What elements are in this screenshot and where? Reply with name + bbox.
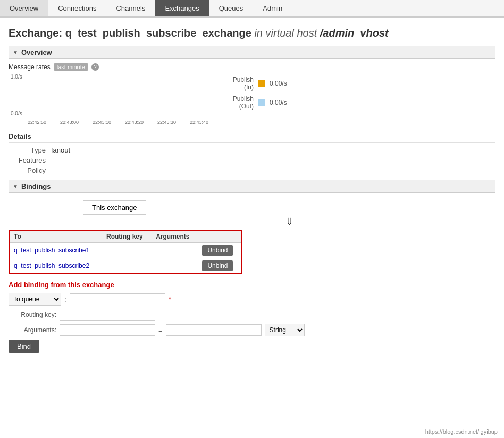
x-label-5: 22:43:40 xyxy=(190,120,208,125)
binding-to-1: q_test_publish_subscribe1 xyxy=(9,243,102,258)
to-queue-row: To queue To exchange : * xyxy=(9,293,495,306)
add-binding-section: Add binding from this exchange To queue … xyxy=(9,281,495,353)
message-rates-row: Message rates last minute ? xyxy=(9,63,495,71)
x-label-2: 22:43:10 xyxy=(93,120,111,125)
last-minute-badge: last minute xyxy=(54,63,88,71)
chart-wrapper: 1.0/s 0.0/s 22:42:50 22:43:00 22:43:10 2… xyxy=(28,74,208,116)
top-nav: Overview Connections Channels Exchanges … xyxy=(0,0,504,18)
chart-box xyxy=(28,74,208,116)
nav-channels[interactable]: Channels xyxy=(106,0,155,16)
bindings-arrow-icon: ▼ xyxy=(13,183,18,189)
unbind-button-2[interactable]: Unbind xyxy=(202,260,233,271)
arguments-value-input[interactable] xyxy=(166,324,262,336)
binding-routing-key-2 xyxy=(102,258,152,274)
equals-sign: = xyxy=(158,326,163,334)
title-prefix: Exchange: xyxy=(9,27,65,39)
col-arguments: Arguments xyxy=(152,230,198,243)
details-section: Details Type fanout Features Policy xyxy=(9,132,495,174)
legend-color-publish-out xyxy=(258,99,265,106)
nav-queues[interactable]: Queues xyxy=(209,0,254,16)
table-row: q_test_publish_subscribe1 Unbind xyxy=(9,243,242,258)
nav-connections[interactable]: Connections xyxy=(48,0,106,16)
detail-label-features: Features xyxy=(9,156,51,164)
details-title: Details xyxy=(9,132,495,143)
exchange-name: q_test_publish_subscribe_exchange xyxy=(65,27,251,39)
unbind-button-1[interactable]: Unbind xyxy=(202,245,233,256)
bindings-section: This exchange ⇓ To Routing key Arguments… xyxy=(9,197,495,274)
detail-value-type: fanout xyxy=(51,146,70,154)
chart-x-labels: 22:42:50 22:43:00 22:43:10 22:43:20 22:4… xyxy=(28,120,208,125)
legend-value-publish-in: 0.00/s xyxy=(270,80,287,87)
queue-link-1[interactable]: q_test_publish_subscribe1 xyxy=(14,247,89,254)
queue-link-2[interactable]: q_test_publish_subscribe2 xyxy=(14,262,89,269)
col-action xyxy=(198,230,242,243)
binding-to-2: q_test_publish_subscribe2 xyxy=(9,258,102,274)
x-label-3: 22:43:20 xyxy=(125,120,144,125)
binding-arguments-2 xyxy=(152,258,198,274)
arguments-label: Arguments: xyxy=(9,326,56,334)
x-label-1: 22:43:00 xyxy=(60,120,79,125)
add-binding-title: Add binding from this exchange xyxy=(9,281,495,289)
col-to: To xyxy=(9,230,102,243)
help-icon[interactable]: ? xyxy=(91,63,99,71)
chart-y-labels: 1.0/s 0.0/s xyxy=(11,74,22,116)
chart-area: 1.0/s 0.0/s 22:42:50 22:43:00 22:43:10 2… xyxy=(9,74,495,127)
chart-y-top: 1.0/s xyxy=(11,74,22,80)
legend-area: Publish(In) 0.00/s Publish(Out) 0.00/s xyxy=(219,74,287,110)
legend-color-publish-in xyxy=(258,80,265,87)
string-type-select[interactable]: String Number Boolean xyxy=(265,324,305,336)
overview-section-header: ▼ Overview xyxy=(9,46,495,59)
binding-routing-key-1 xyxy=(102,243,152,258)
detail-row-type: Type fanout xyxy=(9,146,495,154)
detail-row-policy: Policy xyxy=(9,166,495,174)
routing-key-input[interactable] xyxy=(60,309,155,321)
routing-key-label: Routing key: xyxy=(9,311,56,318)
arrow-down-icon: ⇓ xyxy=(83,216,495,228)
legend-item-publish-in: Publish(In) 0.00/s xyxy=(219,76,287,91)
binding-action-1: Unbind xyxy=(198,243,242,258)
arguments-key-input[interactable] xyxy=(60,324,155,336)
nav-admin[interactable]: Admin xyxy=(253,0,292,16)
detail-row-features: Features xyxy=(9,156,495,164)
legend-item-publish-out: Publish(Out) 0.00/s xyxy=(219,95,287,110)
colon-separator: : xyxy=(64,296,66,304)
to-queue-input[interactable] xyxy=(70,293,165,305)
table-row: q_test_publish_subscribe2 Unbind xyxy=(9,258,242,274)
overview-section: Message rates last minute ? 1.0/s 0.0/s … xyxy=(9,63,495,127)
x-label-0: 22:42:50 xyxy=(28,120,46,125)
required-star: * xyxy=(169,295,171,304)
binding-action-2: Unbind xyxy=(198,258,242,274)
binding-form: To queue To exchange : * Routing key: Ar… xyxy=(9,293,495,336)
col-routing-key: Routing key xyxy=(102,230,152,243)
bindings-section-header: ▼ Bindings xyxy=(9,180,495,193)
legend-value-publish-out: 0.00/s xyxy=(270,99,287,106)
page-content: Exchange: q_test_publish_subscribe_excha… xyxy=(0,18,504,358)
legend-label-publish-in: Publish(In) xyxy=(219,76,254,91)
vhost-name: /admin_vhost xyxy=(320,27,389,39)
arguments-row: Arguments: = String Number Boolean xyxy=(9,324,495,336)
overview-arrow-icon: ▼ xyxy=(13,49,18,55)
routing-key-row: Routing key: xyxy=(9,309,495,321)
to-queue-select[interactable]: To queue To exchange xyxy=(9,293,61,306)
detail-label-policy: Policy xyxy=(9,166,51,174)
message-rates-text: Message rates xyxy=(9,63,51,71)
page-title: Exchange: q_test_publish_subscribe_excha… xyxy=(9,27,495,39)
bindings-table: To Routing key Arguments q_test_publish_… xyxy=(9,230,242,274)
title-middle: in virtual host xyxy=(251,27,320,39)
chart-y-bottom: 0.0/s xyxy=(11,111,22,116)
bind-button[interactable]: Bind xyxy=(9,340,39,353)
overview-label: Overview xyxy=(21,48,52,56)
nav-overview[interactable]: Overview xyxy=(0,0,48,16)
x-label-4: 22:43:30 xyxy=(157,120,176,125)
legend-label-publish-out: Publish(Out) xyxy=(219,95,254,110)
this-exchange-button[interactable]: This exchange xyxy=(83,200,146,215)
detail-label-type: Type xyxy=(9,146,51,154)
binding-arguments-1 xyxy=(152,243,198,258)
nav-exchanges[interactable]: Exchanges xyxy=(155,0,209,16)
bindings-label: Bindings xyxy=(21,182,51,190)
